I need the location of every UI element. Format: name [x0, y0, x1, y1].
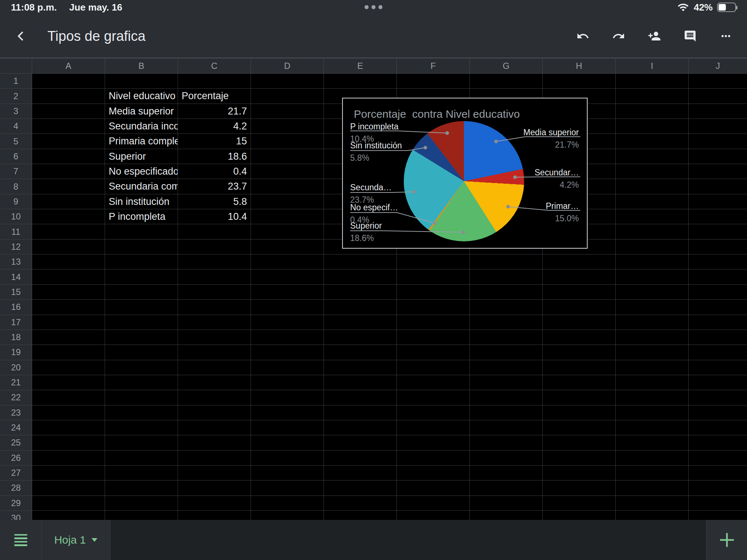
cell-A10[interactable] — [32, 209, 105, 224]
cell-D21[interactable] — [251, 375, 324, 390]
cell-E22[interactable] — [324, 390, 397, 405]
cell-F15[interactable] — [397, 285, 470, 300]
cell-I11[interactable] — [616, 224, 689, 239]
cell-E29[interactable] — [324, 496, 397, 511]
cell-F27[interactable] — [397, 466, 470, 481]
cell-B11[interactable] — [105, 224, 178, 239]
cell-D14[interactable] — [251, 269, 324, 284]
cell-J24[interactable] — [689, 420, 747, 435]
cell-A8[interactable] — [32, 179, 105, 194]
cell-G29[interactable] — [470, 496, 543, 511]
cell-A13[interactable] — [32, 254, 105, 269]
cell-C7[interactable]: 0.4 — [178, 164, 251, 179]
cell-I16[interactable] — [616, 300, 689, 315]
cell-J17[interactable] — [689, 315, 747, 330]
multitask-indicator-icon[interactable] — [365, 5, 383, 9]
cell-G24[interactable] — [470, 420, 543, 435]
row-header-17[interactable]: 17 — [0, 315, 32, 330]
cell-J21[interactable] — [689, 375, 747, 390]
cell-E23[interactable] — [324, 405, 397, 420]
cell-F18[interactable] — [397, 330, 470, 345]
cell-B30[interactable] — [105, 511, 178, 520]
cell-G20[interactable] — [470, 360, 543, 375]
cell-B14[interactable] — [105, 269, 178, 284]
comments-button[interactable] — [683, 29, 697, 43]
cell-B19[interactable] — [105, 345, 178, 360]
cell-B3[interactable]: Media superior — [105, 104, 178, 119]
cell-E30[interactable] — [324, 511, 397, 520]
cell-B18[interactable] — [105, 330, 178, 345]
cell-E15[interactable] — [324, 285, 397, 300]
cell-I18[interactable] — [616, 330, 689, 345]
cell-D24[interactable] — [251, 420, 324, 435]
cell-J30[interactable] — [689, 511, 747, 520]
cell-C20[interactable] — [178, 360, 251, 375]
cell-B26[interactable] — [105, 451, 178, 466]
cell-D29[interactable] — [251, 496, 324, 511]
cell-A25[interactable] — [32, 435, 105, 450]
cell-A14[interactable] — [32, 269, 105, 284]
cell-D19[interactable] — [251, 345, 324, 360]
cell-I28[interactable] — [616, 481, 689, 495]
cell-E21[interactable] — [324, 375, 397, 390]
cell-H1[interactable] — [543, 74, 616, 89]
row-header-30[interactable]: 30 — [0, 511, 32, 520]
cell-H18[interactable] — [543, 330, 616, 345]
document-title[interactable]: Tipos de grafica — [47, 28, 146, 44]
row-header-15[interactable]: 15 — [0, 285, 32, 300]
cell-E25[interactable] — [324, 435, 397, 450]
active-sheet-tab[interactable]: Hoja 1 — [42, 520, 111, 560]
cell-C12[interactable] — [178, 240, 251, 254]
row-header-25[interactable]: 25 — [0, 435, 32, 450]
column-header-D[interactable]: D — [251, 58, 324, 73]
cell-B15[interactable] — [105, 285, 178, 300]
cell-G28[interactable] — [470, 481, 543, 495]
row-header-3[interactable]: 3 — [0, 104, 32, 119]
cell-G14[interactable] — [470, 269, 543, 284]
cell-D25[interactable] — [251, 435, 324, 450]
cell-I23[interactable] — [616, 405, 689, 420]
cell-F25[interactable] — [397, 435, 470, 450]
cell-I9[interactable] — [616, 194, 689, 209]
cell-E13[interactable] — [324, 254, 397, 269]
cell-I30[interactable] — [616, 511, 689, 520]
cell-I8[interactable] — [616, 179, 689, 194]
cell-H22[interactable] — [543, 390, 616, 405]
cell-C6[interactable]: 18.6 — [178, 149, 251, 164]
cell-J1[interactable] — [689, 74, 747, 89]
cell-F14[interactable] — [397, 269, 470, 284]
cell-D15[interactable] — [251, 285, 324, 300]
cell-J7[interactable] — [689, 164, 747, 179]
chart-object[interactable]: Porcentaje contra Nivel educativo Media … — [342, 98, 588, 249]
row-header-4[interactable]: 4 — [0, 119, 32, 134]
cell-F22[interactable] — [397, 390, 470, 405]
cell-H27[interactable] — [543, 466, 616, 481]
cell-I20[interactable] — [616, 360, 689, 375]
row-header-29[interactable]: 29 — [0, 496, 32, 511]
cell-J14[interactable] — [689, 269, 747, 284]
cell-G13[interactable] — [470, 254, 543, 269]
row-header-21[interactable]: 21 — [0, 375, 32, 390]
cell-C23[interactable] — [178, 405, 251, 420]
cell-C4[interactable]: 4.2 — [178, 119, 251, 134]
cell-I25[interactable] — [616, 435, 689, 450]
cell-A16[interactable] — [32, 300, 105, 315]
cell-H15[interactable] — [543, 285, 616, 300]
cell-B20[interactable] — [105, 360, 178, 375]
row-header-12[interactable]: 12 — [0, 240, 32, 254]
cell-J26[interactable] — [689, 451, 747, 466]
cell-C14[interactable] — [178, 269, 251, 284]
row-header-14[interactable]: 14 — [0, 269, 32, 284]
row-header-5[interactable]: 5 — [0, 134, 32, 149]
cell-I22[interactable] — [616, 390, 689, 405]
cell-A9[interactable] — [32, 194, 105, 209]
cell-A3[interactable] — [32, 104, 105, 119]
cell-H28[interactable] — [543, 481, 616, 495]
cell-D30[interactable] — [251, 511, 324, 520]
cell-C27[interactable] — [178, 466, 251, 481]
cell-F21[interactable] — [397, 375, 470, 390]
cell-B2[interactable]: Nivel educativo — [105, 89, 178, 104]
cell-H30[interactable] — [543, 511, 616, 520]
cell-H17[interactable] — [543, 315, 616, 330]
cell-B28[interactable] — [105, 481, 178, 495]
